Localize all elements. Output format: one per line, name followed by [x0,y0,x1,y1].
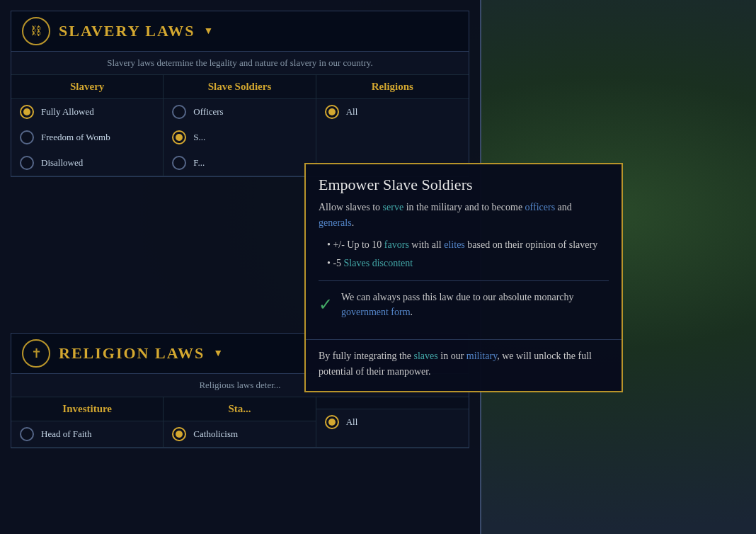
tooltip-check-text: We can always pass this law due to our a… [341,290,609,319]
empower-slave-soldiers-tooltip: Empower Slave Soldiers Allow slaves to s… [304,163,623,392]
investiture-column: Investiture Head of Faith [11,397,164,447]
checkmark-icon: ✓ [319,291,333,318]
favors-text: favors [384,239,409,250]
slavery-column: Slavery Fully Allowed Freedom of Womb Di… [11,75,164,176]
slavery-laws-desc: Slavery laws determine the legality and … [11,52,469,75]
fully-allowed-radio[interactable] [20,105,34,119]
religion-dropdown-arrow[interactable]: ▼ [213,348,223,359]
elites-text: elites [444,239,465,250]
tooltip-title: Empower Slave Soldiers [306,164,622,200]
slave-soldiers-third-radio[interactable] [172,156,186,170]
slave-soldiers-selected-option[interactable]: S... [164,125,315,150]
government-form-text: government form [341,307,411,317]
slaves-text: slaves [414,351,438,361]
catholicism-option[interactable]: Catholicism [164,421,315,447]
slavery-dropdown-arrow[interactable]: ▼ [204,25,214,37]
slavery-icon: ⛓ [22,17,50,45]
religion-all-radio[interactable] [325,415,339,429]
disallowed-option[interactable]: Disallowed [11,150,163,176]
state-column: Sta... Catholicism [164,397,316,447]
tooltip-divider [319,280,609,281]
officers-text: officers [525,202,556,212]
slavery-laws-title: Slavery Laws [59,22,195,40]
head-of-faith-radio[interactable] [20,427,34,441]
slavery-laws-header: ⛓ Slavery Laws ▼ [11,11,469,52]
religion-laws-title: Religion Laws [59,344,205,363]
religion-all-option[interactable]: All [316,409,469,435]
religion-icon: ✝ [22,339,50,368]
officers-option[interactable]: Officers [164,99,315,125]
religion-third-header [316,397,469,409]
tooltip-bullets: +/- Up to 10 favors with all elites base… [319,237,609,272]
tooltip-intro: Allow slaves to serve in the military an… [319,200,609,232]
military-text: military [466,351,497,361]
state-header: Sta... [164,397,315,421]
freedom-of-womb-radio[interactable] [20,130,34,144]
disallowed-label: Disallowed [41,157,83,169]
disallowed-radio[interactable] [20,156,34,170]
officers-label: Officers [193,106,223,118]
fully-allowed-option[interactable]: Fully Allowed [11,99,163,125]
tooltip-bullet-2: -5 Slaves discontent [319,256,609,271]
slaves-discontent-text: Slaves discontent [344,258,413,268]
head-of-faith-option[interactable]: Head of Faith [11,421,163,447]
tooltip-body: Allow slaves to serve in the military an… [306,200,622,339]
freedom-of-womb-label: Freedom of Womb [41,132,110,143]
slave-soldiers-selected-label: S... [193,132,205,143]
slavery-column-header: Slavery [11,75,163,99]
all-religions-label: All [346,106,358,118]
slavery-laws-panel: ⛓ Slavery Laws ▼ Slavery laws determine … [11,11,469,177]
tooltip-bullet-1: +/- Up to 10 favors with all elites base… [319,237,609,253]
slave-soldiers-third-label: F... [193,157,205,169]
slave-soldiers-column: Slave Soldiers Officers S... F... [164,75,316,176]
fully-allowed-label: Fully Allowed [41,106,94,118]
generals-text: generals [319,217,352,228]
slave-soldiers-header: Slave Soldiers [164,75,315,99]
catholicism-label: Catholicism [193,428,238,440]
slavery-laws-grid: Slavery Fully Allowed Freedom of Womb Di… [11,75,469,176]
all-religions-radio[interactable] [325,105,339,119]
catholicism-radio[interactable] [172,427,186,441]
all-religions-option[interactable]: All [316,99,469,125]
religions-header: Religions [316,75,469,99]
religion-all-label: All [346,416,358,428]
investiture-header: Investiture [11,397,163,421]
tooltip-check-row: ✓ We can always pass this law due to our… [319,290,609,319]
religion-third-column: All [316,397,469,447]
religion-laws-grid: Investiture Head of Faith Sta... Catholi… [11,397,469,448]
freedom-of-womb-option[interactable]: Freedom of Womb [11,125,163,150]
religions-column: Religions All [316,75,469,176]
serve-text: serve [383,202,404,212]
slave-soldiers-selected-radio[interactable] [172,130,186,144]
head-of-faith-label: Head of Faith [41,428,91,440]
tooltip-footer: By fully integrating the slaves in our m… [306,339,622,392]
officers-radio[interactable] [172,105,186,119]
slave-soldiers-third-option[interactable]: F... [164,150,315,176]
